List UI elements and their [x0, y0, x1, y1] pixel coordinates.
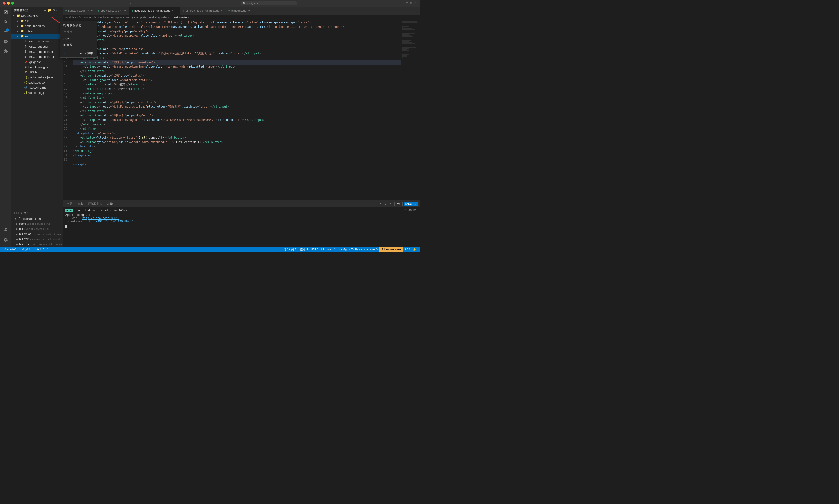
bc-el-dialog[interactable]: el-dialog	[149, 16, 160, 19]
terminal-split-icon[interactable]: ⊡	[373, 202, 377, 205]
sidebar-item-env-dev[interactable]: $ .env.development	[11, 39, 63, 44]
sidebar-item-env-prod-sit[interactable]: $ .env.production.sit	[11, 49, 63, 54]
tab-problems[interactable]: 问题	[65, 201, 75, 207]
tab-aimodel-close[interactable]: ×	[248, 9, 250, 12]
bc-file[interactable]: flagstudio-add-or-update.vue	[94, 16, 129, 19]
status-encoding[interactable]: UTF-8	[309, 247, 320, 252]
terminal-collapse-icon[interactable]: ∨	[383, 202, 388, 205]
close-button[interactable]	[3, 2, 5, 5]
add-terminal-icon[interactable]: +	[368, 202, 372, 205]
tab-output[interactable]: 输出	[75, 201, 86, 207]
activity-scm[interactable]: 1	[1, 27, 10, 36]
status-sync[interactable]: ↻ 0 △0 ⚠	[18, 247, 32, 252]
terminal-kill-icon[interactable]: ∧	[378, 202, 382, 205]
activity-account[interactable]	[1, 225, 10, 234]
tab-aimodel-add[interactable]: ◈ aimodel-add-or-update.vue ×	[180, 6, 226, 15]
sidebar-item-node-modules[interactable]: ▶ 📁 node_modules	[11, 23, 63, 29]
layout-icon[interactable]: ⊞	[406, 1, 408, 5]
status-line-ending[interactable]: LF	[320, 247, 325, 252]
npm-header[interactable]: ▾ NPM 脚本	[11, 210, 63, 216]
build-sit-run-icon: ▶	[16, 238, 18, 241]
tab-debug-console[interactable]: 调试控制台	[86, 201, 105, 207]
npm-script-build-uat[interactable]: ▶ build:uat vue-cli-service build --mode…	[11, 242, 63, 247]
sidebar-item-env-prod-uat[interactable]: $ .env.production.uat	[11, 54, 63, 59]
activity-debug[interactable]	[1, 37, 10, 46]
sidebar-item-env-prod[interactable]: $ .env.production	[11, 44, 63, 49]
tab-flagstudio-add[interactable]: ◈ flagstudio-add-or-update.vue × U	[129, 6, 180, 15]
known-issue-badge[interactable]: ⚠ 1 known issue	[379, 247, 403, 252]
tab-flagstudio[interactable]: ◈ flagstudio.vue × U	[63, 6, 95, 15]
status-indent[interactable]: 空格: 2	[299, 247, 309, 252]
split-icon[interactable]: ⧉	[410, 1, 412, 5]
status-tag-name[interactable]: <TagName prop-name />	[348, 247, 379, 252]
minimize-button[interactable]	[7, 2, 10, 5]
ln-14: 14	[63, 78, 70, 83]
bc-modules[interactable]: modules	[65, 16, 76, 19]
maximize-button[interactable]	[11, 2, 14, 5]
bc-el-form-item[interactable]: el-form-item	[174, 16, 189, 19]
status-language[interactable]: vue	[325, 247, 333, 252]
zsh-label[interactable]: zsh	[394, 202, 403, 206]
tab-specieslist-close[interactable]: ×	[124, 9, 126, 12]
npm-script-build-sit[interactable]: ▶ build:sit vue-cli-service build --mode…	[11, 237, 63, 242]
status-tsconfig[interactable]: No tsconfig	[333, 247, 348, 252]
tab-aimodel[interactable]: ◈ aimodel.vue ×	[226, 6, 253, 15]
activity-settings[interactable]	[1, 235, 10, 245]
status-errors[interactable]: ✕ 0 ⚠ 0 ℹ 1	[33, 247, 50, 252]
menu-item-outline[interactable]: 大纲	[60, 35, 97, 42]
sidebar-item-gitignore[interactable]: ⚙ .gitignore	[11, 59, 63, 65]
nav-forward-icon[interactable]: →	[128, 1, 131, 5]
bc-flagstudio[interactable]: flagstudio	[79, 16, 91, 19]
status-feedback[interactable]: 🔔	[412, 247, 418, 252]
sidebar-item-vue-config[interactable]: JS vue.config.js	[11, 90, 63, 95]
npm-script-serve[interactable]: ▶ serve vue-cli-service serve	[11, 221, 63, 226]
refresh-icon[interactable]: ↻	[52, 8, 55, 12]
fullscreen-icon[interactable]: ⤢	[414, 1, 417, 5]
mini-line	[402, 27, 404, 28]
status-branch[interactable]: ⎇ master*	[2, 247, 18, 252]
activity-explorer[interactable]	[1, 7, 10, 17]
npm-script-build-prod[interactable]: ▶ build:prod vue-cli-service build --mod…	[11, 232, 63, 237]
sidebar-item-babel[interactable]: ⚙ babel.config.js	[11, 65, 63, 70]
sidebar-item-public[interactable]: ▶ 📁 public	[11, 29, 63, 34]
local-url[interactable]: http://localhost:8001/	[83, 217, 119, 220]
bc-el-form[interactable]: el-form	[162, 16, 171, 19]
tab-terminal[interactable]: 终端	[105, 201, 115, 207]
activity-search[interactable]	[1, 17, 10, 26]
new-file-icon[interactable]: +	[44, 8, 46, 12]
collapse-icon[interactable]: ⋯	[56, 8, 60, 12]
npm-script-build[interactable]: ▶ build vue-cli-service build	[11, 226, 63, 232]
tree-root[interactable]: ▾ 📁 CHATGPT-UI	[11, 13, 63, 18]
status-version[interactable]: 5.0.4	[403, 247, 412, 252]
code-editor[interactable]: 1 2 3 4 5 6 7 8 9 10 11 12 13	[63, 20, 401, 200]
tab-flagstudio-add-close[interactable]: ×	[172, 9, 174, 12]
tab-specieslist-icon: ◈	[97, 9, 100, 12]
sidebar-item-package-lock[interactable]: { } package-lock.json	[11, 75, 63, 80]
gitignore-label: .gitignore	[29, 60, 63, 64]
nav-back-icon[interactable]: ←	[123, 1, 126, 5]
search-bar[interactable]: 🔍 chatgpt-ui	[241, 1, 297, 5]
tab-flagstudio-close[interactable]: ×	[87, 9, 89, 12]
terminal-close-icon[interactable]: ×	[389, 202, 392, 205]
public-icon: 📁	[20, 29, 24, 33]
sidebar-item-package[interactable]: { } package.json	[11, 80, 63, 85]
tab-specieslist[interactable]: ◈ specieslist.vue M ×	[95, 6, 129, 15]
line-content[interactable]: <el-dialog :visible.sync="visible" :titl…	[72, 20, 401, 200]
menu-item-open-editors[interactable]: 打开的编辑器	[60, 22, 97, 29]
sidebar-item-src[interactable]: ▾ 📁 src	[11, 34, 63, 39]
status-cursor[interactable]: 行 10, 列 34	[282, 247, 299, 252]
menu-item-npm[interactable]: ✓ npm 脚本	[60, 50, 97, 56]
bc-template[interactable]: { } template	[132, 16, 146, 19]
activity-extensions[interactable]	[1, 47, 10, 56]
sidebar-item-dist[interactable]: ▶ 📁 dist	[11, 18, 63, 23]
new-folder-icon[interactable]: 📁	[47, 8, 51, 12]
terminal-body[interactable]: DONE Compiled successfully in 149ms 16:3…	[63, 208, 420, 247]
tab-aimodel-add-close[interactable]: ×	[220, 9, 223, 12]
folder-label: 文件夹	[64, 30, 73, 34]
menu-item-timeline[interactable]: 时间线	[60, 42, 97, 48]
sidebar-item-readme[interactable]: ⓜ README.md	[11, 85, 63, 90]
serve-terminal-label[interactable]: serve T...	[404, 202, 418, 205]
npm-package-root[interactable]: ▾ { } package.json	[11, 216, 63, 221]
sidebar-item-license[interactable]: ⚖ LICENSE	[11, 70, 63, 75]
network-url[interactable]: http://192.168.100.100:8001/	[86, 220, 133, 223]
